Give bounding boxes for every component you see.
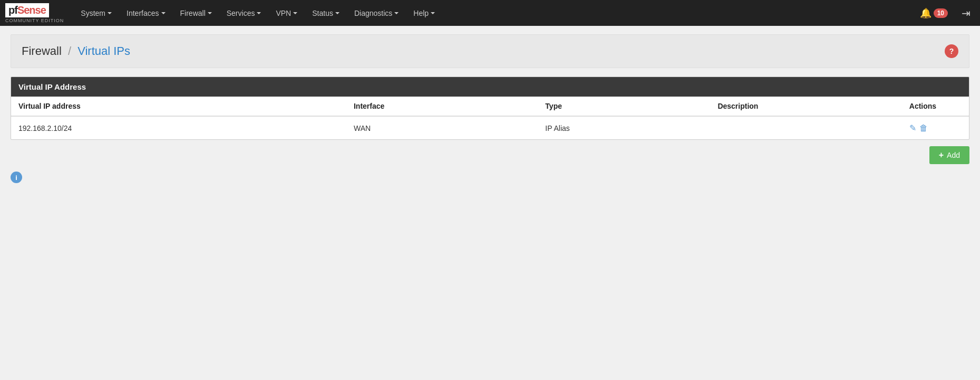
virtual-ip-table: Virtual IP address Interface Type Descri… [11,97,969,139]
chevron-down-icon [108,12,112,14]
nav-item-vpn[interactable]: VPN [268,0,305,26]
add-row: + Add [11,146,969,164]
notifications-button[interactable]: 🔔 10 [916,4,952,22]
delete-icon[interactable]: 🗑 [919,124,928,133]
cell-interface: WAN [346,116,538,139]
breadcrumb-parent: Firewall [22,44,62,58]
navbar: pfSense COMMUNITY EDITION System Interfa… [0,0,980,26]
panel-header: Virtual IP Address [11,77,969,97]
notifications-badge: 10 [934,8,948,18]
nav-item-system[interactable]: System [73,0,119,26]
add-button[interactable]: + Add [929,146,969,164]
table-row: 192.168.2.10/24 WAN IP Alias ✎ 🗑 [11,116,969,139]
nav-item-help[interactable]: Help [406,0,442,26]
info-row: i [11,172,969,183]
logout-button[interactable]: ⇥ [957,4,975,23]
logo-sense: Sense [17,4,46,16]
cell-actions: ✎ 🗑 [902,116,969,139]
nav-item-firewall[interactable]: Firewall [173,0,219,26]
logo-edition: COMMUNITY EDITION [5,18,64,23]
breadcrumb-separator: / [68,44,71,58]
help-button[interactable]: ? [945,44,958,58]
cell-type: IP Alias [538,116,710,139]
col-header-interface: Interface [346,97,538,116]
chevron-down-icon [335,12,339,14]
chevron-down-icon [293,12,297,14]
cell-description [710,116,901,139]
col-header-description: Description [710,97,901,116]
logout-icon: ⇥ [962,7,971,19]
nav-item-interfaces[interactable]: Interfaces [119,0,172,26]
nav-item-diagnostics[interactable]: Diagnostics [347,0,406,26]
chevron-down-icon [161,12,166,14]
virtual-ip-panel: Virtual IP Address Virtual IP address In… [11,77,969,140]
edit-icon[interactable]: ✎ [909,123,916,133]
main-content: Virtual IP Address Virtual IP address In… [11,77,969,183]
breadcrumb-current[interactable]: Virtual IPs [77,44,130,58]
nav-item-status[interactable]: Status [305,0,347,26]
chevron-down-icon [257,12,261,14]
plus-icon: + [939,150,944,160]
bell-icon: 🔔 [920,7,932,19]
add-label: Add [947,151,960,159]
cell-vip: 192.168.2.10/24 [11,116,346,139]
col-header-vip: Virtual IP address [11,97,346,116]
logo-pf: pf [8,4,17,16]
chevron-down-icon [208,12,212,14]
nav-item-services[interactable]: Services [219,0,269,26]
logo: pfSense COMMUNITY EDITION [5,3,64,23]
info-button[interactable]: i [11,172,22,183]
col-header-actions: Actions [902,97,969,116]
chevron-down-icon [394,12,399,14]
chevron-down-icon [431,12,435,14]
breadcrumb-title: Firewall / Virtual IPs [22,44,130,58]
col-header-type: Type [538,97,710,116]
breadcrumb: Firewall / Virtual IPs ? [11,34,969,68]
